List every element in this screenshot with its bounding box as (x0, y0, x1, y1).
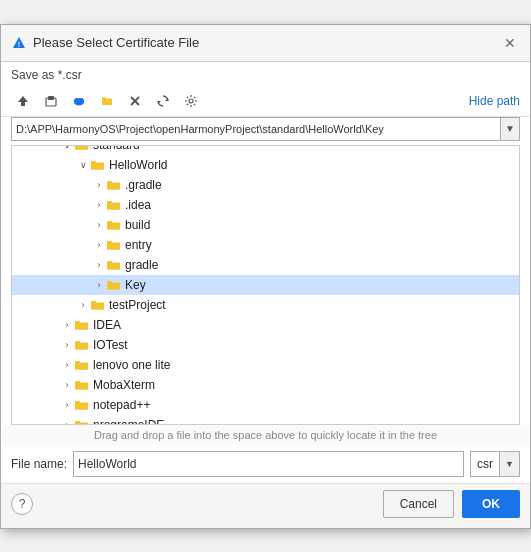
tree-item-label: testProject (109, 298, 166, 312)
tree-toggle: ∨ (60, 145, 74, 150)
tree-item-label: MobaXterm (93, 378, 155, 392)
folder-icon (74, 357, 90, 373)
toolbar-settings-btn[interactable] (179, 90, 203, 112)
toolbar-cloud-btn[interactable] (67, 90, 91, 112)
tree-item-label: programeIDE (93, 418, 164, 425)
drag-hint: Drag and drop a file into the space abov… (1, 425, 530, 445)
hide-path-button[interactable]: Hide path (469, 94, 520, 108)
folder-icon (74, 317, 90, 333)
tree-item[interactable]: › programeIDE (12, 415, 519, 425)
bottom-row: ? Cancel OK (1, 483, 530, 528)
tree-item[interactable]: › IDEA (12, 315, 519, 335)
folder-icon (106, 257, 122, 273)
tree-toggle: › (92, 220, 106, 230)
path-bar: ▼ (11, 117, 520, 141)
ext-label: csr (471, 452, 499, 476)
toolbar: Hide path (1, 86, 530, 117)
tree-toggle: › (60, 360, 74, 370)
svg-text:!: ! (18, 41, 20, 48)
tree-item-label: standard (93, 145, 140, 152)
ext-select: csr ▼ (470, 451, 520, 477)
dialog: ! Please Select Certificate File ✕ Save … (0, 24, 531, 529)
title-bar-left: ! Please Select Certificate File (11, 35, 199, 51)
tree-item[interactable]: › IOTest (12, 335, 519, 355)
tree-item-label: entry (125, 238, 152, 252)
dialog-title: Please Select Certificate File (33, 35, 199, 50)
tree-item-label: .idea (125, 198, 151, 212)
tree-item[interactable]: › .idea (12, 195, 519, 215)
folder-icon (74, 417, 90, 425)
tree-toggle: › (92, 200, 106, 210)
folder-icon (74, 377, 90, 393)
path-dropdown-btn[interactable]: ▼ (500, 117, 520, 141)
filename-row: File name: csr ▼ (1, 445, 530, 483)
folder-icon (74, 397, 90, 413)
close-button[interactable]: ✕ (500, 33, 520, 53)
tree-toggle: ∨ (76, 160, 90, 170)
tree-item[interactable]: › gradle (12, 255, 519, 275)
svg-rect-3 (48, 96, 54, 100)
tree-item[interactable]: › entry (12, 235, 519, 255)
toolbar-delete-btn[interactable] (123, 90, 147, 112)
cancel-button[interactable]: Cancel (383, 490, 454, 518)
tree-item[interactable]: ∨ HelloWorld (12, 155, 519, 175)
toolbar-refresh-btn[interactable] (151, 90, 175, 112)
tree-toggle: › (60, 320, 74, 330)
filename-input[interactable] (73, 451, 464, 477)
tree-item-label: lenovo one lite (93, 358, 170, 372)
title-bar: ! Please Select Certificate File ✕ (1, 25, 530, 62)
tree-toggle: › (76, 300, 90, 310)
toolbar-up-btn[interactable] (11, 90, 35, 112)
tree-toggle: › (92, 260, 106, 270)
tree-item[interactable]: › MobaXterm (12, 375, 519, 395)
folder-icon (90, 157, 106, 173)
tree-toggle: › (92, 180, 106, 190)
tree-item-label: IDEA (93, 318, 121, 332)
tree-toggle: › (60, 340, 74, 350)
tree-toggle: › (92, 280, 106, 290)
bottom-buttons: Cancel OK (383, 490, 520, 518)
tree-item-label: IOTest (93, 338, 128, 352)
tree-item-label: gradle (125, 258, 158, 272)
help-button[interactable]: ? (11, 493, 33, 515)
folder-icon (74, 337, 90, 353)
tree-item[interactable]: › build (12, 215, 519, 235)
ok-button[interactable]: OK (462, 490, 520, 518)
toolbar-folder-btn[interactable] (95, 90, 119, 112)
tree-item-label: .gradle (125, 178, 162, 192)
tree-item[interactable]: › .gradle (12, 175, 519, 195)
tree-item[interactable]: › testProject (12, 295, 519, 315)
path-input[interactable] (11, 117, 500, 141)
tree-item-label: build (125, 218, 150, 232)
folder-icon (106, 197, 122, 213)
folder-icon (106, 237, 122, 253)
folder-icon (74, 145, 90, 153)
svg-point-6 (78, 98, 84, 104)
folder-icon (106, 277, 122, 293)
folder-icon (106, 177, 122, 193)
ext-dropdown-btn[interactable]: ▼ (499, 452, 519, 476)
file-tree[interactable]: › Lite∨ standard∨ HelloWorld› .gradle› .… (11, 145, 520, 425)
tree-toggle: › (92, 240, 106, 250)
tree-item-label: HelloWorld (109, 158, 167, 172)
title-icon: ! (11, 35, 27, 51)
filename-label: File name: (11, 457, 67, 471)
save-as-label: Save as *.csr (1, 62, 530, 86)
folder-icon (106, 217, 122, 233)
tree-item[interactable]: ∨ standard (12, 145, 519, 155)
tree-item[interactable]: › notepad++ (12, 395, 519, 415)
toolbar-home-btn[interactable] (39, 90, 63, 112)
tree-item-label: notepad++ (93, 398, 150, 412)
folder-icon (90, 297, 106, 313)
tree-item-label: Key (125, 278, 146, 292)
svg-point-11 (189, 99, 193, 103)
tree-item[interactable]: › Key (12, 275, 519, 295)
tree-toggle: › (60, 380, 74, 390)
tree-item[interactable]: › lenovo one lite (12, 355, 519, 375)
tree-toggle: › (60, 400, 74, 410)
